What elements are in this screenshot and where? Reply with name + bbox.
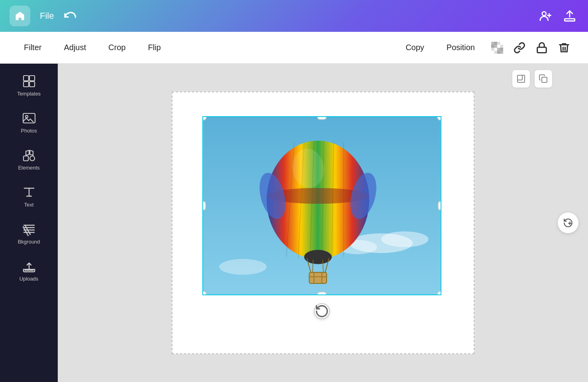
svg-rect-14: [500, 51, 504, 54]
svg-point-21: [25, 115, 28, 118]
trash-icon: [558, 42, 570, 54]
filter-button[interactable]: Filter: [13, 32, 53, 63]
duplicate-button[interactable]: [535, 70, 552, 88]
svg-rect-18: [24, 82, 29, 87]
handle-bottom-right[interactable]: [437, 291, 441, 295]
sidebar-item-uploads-label: Uploads: [20, 276, 39, 282]
sidebar-item-background-label: Bkground: [18, 239, 40, 245]
svg-rect-9: [497, 42, 500, 45]
sidebar-item-templates[interactable]: Templates: [5, 68, 53, 102]
handle-top-middle[interactable]: [317, 116, 327, 120]
sidebar-item-uploads[interactable]: Uploads: [5, 253, 53, 287]
svg-rect-22: [24, 156, 28, 161]
svg-rect-1: [564, 19, 575, 21]
position-button[interactable]: Position: [435, 32, 486, 63]
undo-button[interactable]: [63, 10, 76, 22]
canvas-area[interactable]: [58, 64, 588, 382]
elements-icon: [22, 148, 36, 162]
transparency-button[interactable]: [488, 38, 507, 57]
sidebar-item-photos-label: Photos: [21, 128, 37, 134]
selected-image-wrapper[interactable]: [202, 116, 441, 295]
copy-button[interactable]: Copy: [394, 32, 435, 63]
flip-button[interactable]: Flip: [137, 32, 172, 63]
crop-button[interactable]: Crop: [97, 32, 137, 63]
link-icon: [514, 42, 525, 54]
svg-rect-15: [537, 47, 547, 53]
handle-middle-right[interactable]: [438, 201, 441, 210]
photos-icon: [22, 111, 36, 125]
handle-bottom-middle[interactable]: [317, 292, 327, 295]
sidebar-item-elements-label: Elements: [18, 165, 39, 171]
delete-button[interactable]: [555, 38, 574, 57]
svg-rect-30: [517, 75, 525, 82]
canvas-top-right-buttons: [512, 70, 552, 88]
handle-middle-left[interactable]: [202, 201, 206, 210]
svg-rect-17: [29, 76, 35, 81]
svg-rect-11: [491, 48, 494, 51]
svg-rect-13: [497, 48, 500, 51]
topbar-right-actions: [537, 7, 578, 25]
rotate-handle-bottom[interactable]: [314, 303, 330, 319]
home-button[interactable]: [10, 6, 30, 26]
svg-rect-33: [542, 77, 547, 82]
home-icon: [14, 10, 25, 21]
balloon-illustration: [203, 117, 441, 294]
transparency-icon: [491, 42, 503, 54]
share-person-button[interactable]: [537, 7, 555, 25]
selected-image[interactable]: [202, 116, 441, 295]
background-icon: [22, 222, 36, 236]
publish-button[interactable]: [561, 7, 578, 25]
sidebar-item-background[interactable]: Bkground: [5, 216, 53, 250]
toolbar: Filter Adjust Crop Flip Copy Position: [0, 32, 588, 64]
rotate-plus-button[interactable]: [558, 212, 578, 233]
text-icon: [22, 185, 36, 199]
svg-point-38: [219, 259, 267, 275]
sidebar-item-templates-label: Templates: [17, 91, 41, 97]
note-button[interactable]: [512, 70, 530, 88]
sidebar: Templates Photos Elements: [0, 64, 58, 382]
undo-icon: [63, 10, 76, 22]
svg-rect-10: [500, 45, 504, 48]
svg-rect-53: [309, 272, 327, 283]
lock-icon: [536, 42, 548, 54]
svg-rect-19: [29, 82, 35, 87]
uploads-icon: [22, 259, 36, 273]
lock-button[interactable]: [532, 38, 551, 57]
rotate-plus-icon: [563, 218, 573, 228]
file-label[interactable]: File: [40, 11, 54, 21]
svg-rect-12: [494, 51, 498, 54]
canvas-paper[interactable]: [172, 92, 474, 354]
sidebar-item-text-label: Text: [24, 202, 34, 208]
svg-point-36: [381, 231, 428, 247]
templates-icon: [22, 74, 36, 88]
upload-icon: [563, 9, 576, 23]
svg-rect-8: [494, 45, 498, 48]
svg-point-0: [542, 12, 546, 16]
sidebar-item-text[interactable]: Text: [5, 179, 53, 213]
svg-rect-16: [24, 76, 29, 81]
svg-rect-7: [491, 42, 494, 45]
share-person-icon: [539, 9, 553, 23]
link-button[interactable]: [510, 38, 529, 57]
main-content: Templates Photos Elements: [0, 64, 588, 382]
note-icon: [516, 74, 526, 84]
adjust-button[interactable]: Adjust: [53, 32, 97, 63]
sidebar-item-photos[interactable]: Photos: [5, 105, 53, 139]
rotate-bottom-icon: [315, 304, 329, 318]
duplicate-icon: [539, 74, 548, 84]
right-float-panel: [558, 212, 578, 233]
svg-point-23: [30, 156, 35, 161]
topbar: File: [0, 0, 588, 32]
sidebar-item-elements[interactable]: Elements: [5, 142, 53, 176]
